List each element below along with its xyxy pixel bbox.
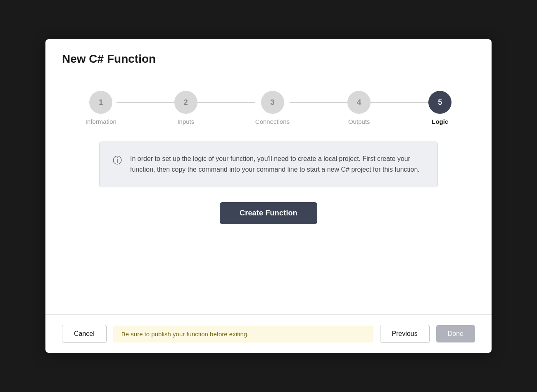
step-4-label: Outputs bbox=[348, 118, 370, 125]
previous-button[interactable]: Previous bbox=[380, 325, 430, 343]
step-1-circle: 1 bbox=[89, 91, 112, 114]
step-5-label: Logic bbox=[432, 118, 448, 125]
connector-3-4 bbox=[290, 102, 347, 103]
dialog-title: New C# Function bbox=[62, 52, 475, 66]
create-function-button[interactable]: Create Function bbox=[220, 202, 317, 224]
new-function-dialog: New C# Function 1 Information 2 Inputs 3… bbox=[45, 39, 492, 353]
step-1: 1 Information bbox=[86, 91, 116, 125]
step-2-label: Inputs bbox=[177, 118, 194, 125]
dialog-footer: Cancel Be sure to publish your function … bbox=[45, 314, 492, 353]
connector-4-5 bbox=[371, 102, 428, 103]
info-box: ⓘ In order to set up the logic of your f… bbox=[99, 142, 438, 187]
stepper: 1 Information 2 Inputs 3 Connections 4 O… bbox=[62, 91, 475, 125]
step-5-circle: 5 bbox=[428, 91, 451, 114]
warning-text: Be sure to publish your function before … bbox=[113, 326, 373, 342]
step-3: 3 Connections bbox=[255, 91, 290, 125]
step-4-circle: 4 bbox=[347, 91, 371, 114]
step-5: 5 Logic bbox=[428, 91, 451, 125]
step-4: 4 Outputs bbox=[347, 91, 371, 125]
dialog-body: 1 Information 2 Inputs 3 Connections 4 O… bbox=[45, 74, 492, 314]
step-3-label: Connections bbox=[255, 118, 290, 125]
step-2-circle: 2 bbox=[174, 91, 197, 114]
connector-1-2 bbox=[116, 102, 174, 103]
info-icon: ⓘ bbox=[113, 154, 122, 167]
connector-2-3 bbox=[197, 102, 255, 103]
step-3-circle: 3 bbox=[261, 91, 284, 114]
done-button[interactable]: Done bbox=[436, 325, 475, 342]
info-text: In order to set up the logic of your fun… bbox=[130, 153, 424, 175]
step-1-label: Information bbox=[86, 118, 116, 125]
cancel-button[interactable]: Cancel bbox=[62, 325, 107, 343]
dialog-header: New C# Function bbox=[45, 39, 492, 74]
step-2: 2 Inputs bbox=[174, 91, 197, 125]
